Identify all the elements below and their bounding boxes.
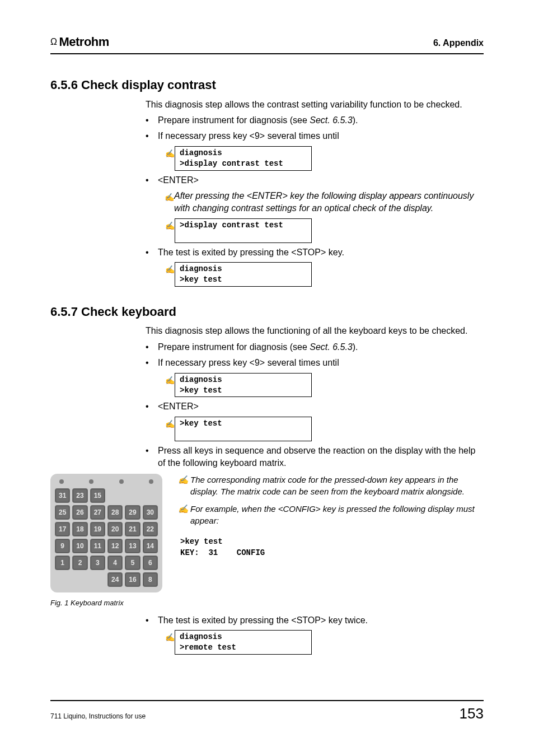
- s657-note1: The corresponding matrix code for the pr…: [190, 474, 484, 497]
- keypad-key-19: 19: [90, 522, 105, 536]
- keypad-key-21: 21: [125, 522, 140, 536]
- footer-doc-title: 711 Liquino, Instructions for use: [50, 712, 146, 721]
- led-icon: [119, 479, 124, 484]
- hand-icon: ✍: [178, 474, 186, 497]
- keypad-key-25: 25: [55, 505, 70, 520]
- led-icon: [59, 479, 64, 484]
- brand-text: Metrohm: [59, 35, 109, 49]
- s656-bullet-enter: <ENTER>: [146, 174, 484, 186]
- keypad-key-30: 30: [143, 505, 158, 520]
- s657-intro: This diagnosis step allows the functioni…: [146, 325, 484, 337]
- keypad-key-29: 29: [125, 505, 140, 520]
- s657-bullet-press9: If necessary press key <9> several times…: [146, 357, 484, 369]
- crossref-653-b: Sect. 6.5.3: [310, 342, 353, 352]
- page-number: 153: [460, 703, 484, 724]
- keypad-key-27: 27: [90, 505, 105, 520]
- keypad-key-1: 1: [55, 556, 70, 570]
- s656-display-2: >display contrast test: [175, 218, 312, 243]
- hand-icon: ✍: [178, 503, 186, 526]
- keypad-key-28: 28: [107, 505, 123, 520]
- s656-display-1: diagnosis >display contrast test: [175, 146, 312, 171]
- s657-display-1: diagnosis >key test: [175, 373, 312, 398]
- keypad-key-9: 9: [55, 539, 70, 553]
- s656-display-2-row: ✍ >display contrast test: [165, 218, 484, 243]
- keyboard-matrix-figure-wrap: 3123152526272829301718192021229101112131…: [50, 474, 162, 608]
- s656-intro: This diagnosis step allows the contrast …: [146, 99, 484, 111]
- s656-display-3-row: ✍ diagnosis >key test: [165, 262, 484, 287]
- keypad-key-18: 18: [72, 522, 87, 536]
- s656-bullet-prepare: Prepare instrument for diagnosis (see Se…: [146, 114, 484, 127]
- keypad-key-6: 6: [143, 556, 158, 570]
- section-6-5-7-title: 6.5.7 Check keyboard: [50, 304, 484, 321]
- s657-right-notes: ✍ The corresponding matrix code for the …: [178, 474, 484, 558]
- keypad-key-15: 15: [90, 488, 105, 503]
- keypad-key-31: 31: [55, 488, 70, 503]
- keypad-key-12: 12: [107, 539, 123, 553]
- s656-note: After pressing the <ENTER> key the follo…: [174, 190, 478, 215]
- brand-logo: ΩMetrohm: [50, 34, 109, 51]
- s656-note-row: ✍ After pressing the <ENTER> key the fol…: [165, 190, 484, 215]
- keypad-key-20: 20: [107, 522, 123, 536]
- ohm-icon: Ω: [50, 36, 57, 48]
- led-icon: [89, 479, 93, 484]
- keypad-key-23: 23: [72, 488, 87, 503]
- keypad-key-3: 3: [90, 556, 105, 570]
- s657-bullet-press-all: Press all keys in sequence and observe t…: [146, 445, 484, 470]
- keypad-key-17: 17: [55, 522, 70, 536]
- keypad-key-24: 24: [107, 572, 123, 587]
- page-header: ΩMetrohm 6. Appendix: [50, 34, 484, 54]
- keypad-key-14: 14: [143, 539, 158, 553]
- s657-note2: For example, when the <CONFIG> key is pr…: [190, 503, 484, 526]
- keypad-key-5: 5: [125, 556, 140, 570]
- crossref-653: Sect. 6.5.3: [310, 115, 353, 125]
- s657-bullet-enter: <ENTER>: [146, 400, 484, 413]
- figure-caption: Fig. 1 Keyboard matrix: [50, 598, 162, 608]
- keypad-key-16: 16: [125, 572, 140, 587]
- hand-icon: ✍: [165, 630, 175, 643]
- keypad-key-2: 2: [72, 556, 87, 570]
- keypad-key-11: 11: [90, 539, 105, 553]
- hand-icon: ✍: [165, 146, 175, 160]
- s657-bullet-prepare: Prepare instrument for diagnosis (see Se…: [146, 341, 484, 353]
- led-icon: [149, 479, 153, 484]
- s657-display-3-row: ✍ diagnosis >remote test: [165, 630, 484, 655]
- keypad-key-13: 13: [125, 539, 140, 553]
- s656-display-1-row: ✍ diagnosis >display contrast test: [165, 146, 484, 171]
- keypad-key-4: 4: [107, 556, 123, 570]
- s657-mono-example: >key test KEY: 31 CONFIG: [180, 536, 484, 558]
- keyboard-matrix-figure: 3123152526272829301718192021229101112131…: [50, 474, 162, 592]
- keypad-key-26: 26: [72, 505, 87, 520]
- hand-icon: ✍: [165, 417, 175, 430]
- s656-bullet-press9: If necessary press key <9> several times…: [146, 130, 484, 142]
- keypad-key-22: 22: [143, 522, 158, 536]
- s656-bullet-exit: The test is exited by pressing the <STOP…: [146, 246, 484, 259]
- s657-display-2: >key test: [175, 417, 312, 441]
- hand-icon: ✍: [165, 218, 175, 232]
- page-footer: 711 Liquino, Instructions for use 153: [50, 700, 484, 724]
- section-6-5-6-title: 6.5.6 Check display contrast: [50, 77, 484, 94]
- s657-bullet-exit: The test is exited by pressing the <STOP…: [146, 614, 484, 627]
- hand-icon: ✍: [165, 190, 174, 203]
- keypad-key-8: 8: [143, 572, 158, 587]
- hand-icon: ✍: [165, 262, 175, 276]
- hand-icon: ✍: [165, 373, 175, 386]
- section-name: 6. Appendix: [433, 37, 484, 49]
- keypad-key-10: 10: [72, 539, 87, 553]
- s657-display-3: diagnosis >remote test: [175, 630, 312, 655]
- s656-display-3: diagnosis >key test: [175, 262, 312, 287]
- s657-display-1-row: ✍ diagnosis >key test: [165, 373, 484, 398]
- s657-display-2-row: ✍ >key test: [165, 417, 484, 441]
